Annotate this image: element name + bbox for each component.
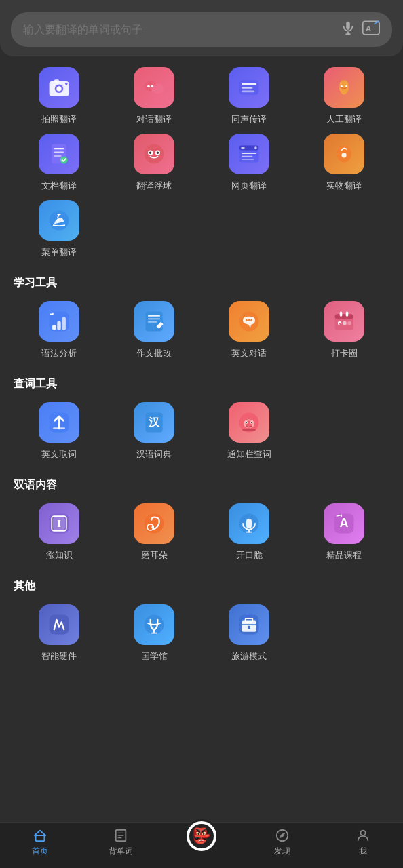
section-title-study-tools: 学习工具 (14, 276, 389, 290)
svg-point-101 (360, 831, 365, 835)
grid-item-checkin[interactable]: 打卡圈 (299, 301, 389, 359)
svg-point-39 (341, 153, 346, 157)
label-course: 精品课程 (326, 549, 362, 561)
label-travel: 旅游模式 (231, 650, 267, 663)
nav-item-home[interactable]: 首页 (0, 828, 81, 857)
svg-point-35 (254, 146, 257, 149)
label-human-translate: 人工翻译 (326, 113, 362, 125)
grid-item-doc-translate[interactable]: 文档翻译 (14, 134, 104, 192)
nav-label-discover: 发现 (274, 846, 290, 857)
grid-item-ear[interactable]: 磨耳朵 (109, 503, 199, 561)
svg-point-20 (341, 85, 343, 87)
svg-rect-34 (241, 147, 244, 149)
svg-point-30 (149, 151, 152, 154)
svg-point-52 (246, 319, 248, 321)
grid-item-speak[interactable]: 开口脆 (204, 503, 294, 561)
grid-item-photo-translate[interactable]: 拍照翻译 (14, 67, 104, 125)
nav-item-center[interactable]: 👺 (161, 833, 242, 853)
grid-item-grammar[interactable]: 语法分析 (14, 301, 104, 359)
svg-rect-24 (54, 151, 64, 153)
section-title-bilingual: 双语内容 (14, 478, 389, 492)
section-grid-dict-tools: 英文取词 汉 汉语词典 通知栏查词 (14, 402, 389, 460)
grid-item-notify-word[interactable]: 通知栏查词 (204, 402, 294, 460)
label-webpage-translate: 网页翻译 (231, 180, 267, 192)
label-checkin: 打卡圈 (331, 347, 358, 359)
grid-item-simultaneous-translate[interactable]: 同声传译 (204, 67, 294, 125)
icon-photo-translate (39, 67, 79, 108)
svg-rect-50 (148, 321, 157, 323)
grid-item-extract-word[interactable]: 英文取词 (14, 402, 104, 460)
nav-item-discover[interactable]: 发现 (242, 828, 322, 857)
grid-item-object-translate[interactable]: 实物翻译 (299, 134, 389, 192)
section-grid-other: 智能硬件 国学馆 旅游模式 (14, 604, 389, 663)
nav-item-me[interactable]: 我 (322, 828, 403, 857)
search-bar: A (11, 12, 392, 47)
icon-simultaneous-translate (229, 67, 269, 108)
section-grid-bilingual: I 涨知识 磨耳朵 开口脆 A 精品课程 (14, 503, 389, 561)
nav-center-icon: 👺 (189, 824, 214, 848)
svg-point-15 (151, 85, 154, 87)
svg-point-21 (345, 85, 347, 87)
icon-ear (134, 503, 174, 544)
grid-item-menu-translate[interactable]: 菜单翻译 (14, 200, 104, 258)
page-content: A 拍照翻译 对话翻译 同声传译 人工翻译 (0, 0, 403, 722)
section-title-dict-tools: 查词工具 (14, 377, 389, 391)
svg-text:I: I (57, 518, 61, 529)
label-speak: 开口脆 (236, 549, 263, 561)
ocr-icon[interactable]: A (362, 20, 380, 39)
label-knowledge: 涨知识 (46, 549, 73, 561)
icon-float-translate (134, 134, 174, 174)
grid-item-course[interactable]: A 精品课程 (299, 503, 389, 561)
label-ear: 磨耳朵 (141, 549, 168, 561)
nav-item-words[interactable]: 背单词 (81, 828, 161, 857)
svg-rect-57 (340, 312, 343, 317)
grid-item-chinese-dict[interactable]: 汉 汉语词典 (109, 402, 199, 460)
svg-rect-17 (242, 83, 256, 85)
label-object-translate: 实物翻译 (326, 180, 362, 192)
svg-rect-73 (242, 429, 256, 431)
svg-rect-95 (36, 835, 45, 841)
label-hardware: 智能硬件 (41, 650, 77, 663)
label-doc-translate: 文档翻译 (41, 180, 77, 192)
label-chinese-dict: 汉语词典 (136, 448, 172, 460)
grid-item-hardware[interactable]: 智能硬件 (14, 604, 104, 663)
grid-item-dialog-translate[interactable]: 对话翻译 (109, 67, 199, 125)
svg-rect-58 (346, 312, 349, 317)
svg-rect-93 (248, 626, 250, 629)
svg-text:汉: 汉 (149, 416, 160, 429)
label-dialog-translate: 对话翻译 (136, 113, 172, 125)
svg-rect-37 (242, 156, 252, 157)
scroll-content: 拍照翻译 对话翻译 同声传译 人工翻译 文档翻译 翻译浮球 网页翻 (0, 56, 403, 668)
nav-label-words: 背单词 (109, 846, 133, 857)
label-english-dialog: 英文对话 (231, 347, 267, 359)
nav-center-button[interactable]: 👺 (185, 819, 218, 853)
svg-rect-18 (242, 87, 252, 89)
mic-icon[interactable] (341, 20, 356, 39)
svg-point-72 (251, 422, 252, 423)
svg-rect-45 (57, 321, 60, 330)
icon-english-dialog (229, 301, 269, 342)
label-extract-word: 英文取词 (41, 448, 77, 460)
grid-item-float-translate[interactable]: 翻译浮球 (109, 134, 199, 192)
svg-rect-49 (148, 319, 160, 320)
grid-item-human-translate[interactable]: 人工翻译 (299, 67, 389, 125)
icon-notify-word (229, 402, 269, 443)
grid-item-knowledge[interactable]: I 涨知识 (14, 503, 104, 561)
search-input[interactable] (23, 24, 334, 36)
grid-item-travel[interactable]: 旅游模式 (204, 604, 294, 663)
label-grammar: 语法分析 (41, 347, 77, 359)
icon-human-translate (324, 67, 364, 108)
grid-item-english-dialog[interactable]: 英文对话 (204, 301, 294, 359)
svg-rect-86 (50, 615, 69, 635)
label-menu-translate: 菜单翻译 (41, 246, 77, 258)
grid-item-essay[interactable]: 作文批改 (109, 301, 199, 359)
grid-item-guoxue[interactable]: 国学馆 (109, 604, 199, 663)
icon-doc-translate (39, 134, 79, 174)
label-essay: 作文批改 (136, 347, 172, 359)
svg-point-54 (250, 319, 252, 321)
svg-point-9 (56, 86, 61, 91)
nav-label-home: 首页 (32, 846, 48, 857)
svg-rect-19 (242, 91, 254, 93)
grid-item-webpage-translate[interactable]: 网页翻译 (204, 134, 294, 192)
icon-guoxue (134, 604, 174, 645)
